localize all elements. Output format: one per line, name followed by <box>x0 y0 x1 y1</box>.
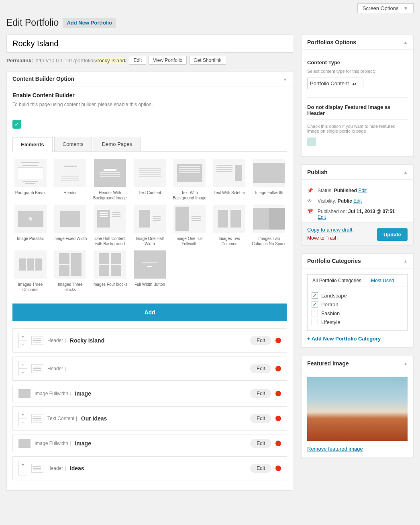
portfolios-options-title: Portfolios Options <box>307 39 356 45</box>
block-type-icon <box>31 364 43 373</box>
add-new-portfolio-button[interactable]: Add New Portfolio <box>63 18 116 28</box>
element-tile[interactable]: Images Three blocks <box>52 250 88 292</box>
calendar-icon: 📅 <box>307 209 314 214</box>
content-block-row: Image Fullwidth |ImageEdit <box>12 385 287 402</box>
edit-block-button[interactable]: Edit <box>250 389 271 398</box>
element-tile[interactable]: Header With Background Image <box>92 159 128 201</box>
element-tile[interactable]: Image One Half Fullwidth <box>172 205 208 246</box>
element-tile[interactable]: Paragraph Break <box>12 159 48 201</box>
block-type-label: Header | <box>47 338 66 343</box>
element-tile[interactable]: Images Three Columns <box>12 250 48 292</box>
element-tile[interactable]: Image One Half Width <box>132 205 167 246</box>
update-button[interactable]: Update <box>377 228 408 241</box>
expand-button[interactable]: + <box>19 361 27 369</box>
category-checkbox[interactable]: ✓ <box>312 301 318 308</box>
element-tile[interactable]: Text Content <box>132 159 167 201</box>
element-tile[interactable]: Text With Sidebar <box>212 159 247 201</box>
tab-elements[interactable]: Elements <box>12 137 53 152</box>
collapse-icon[interactable]: ▲ <box>404 170 408 174</box>
block-type-icon <box>31 414 43 423</box>
element-tile[interactable]: Header <box>52 159 88 201</box>
collapse-button[interactable]: - <box>19 418 27 426</box>
enable-cb-checkbox[interactable]: ✓ <box>12 120 21 129</box>
category-checkbox[interactable]: ✓ <box>312 292 318 299</box>
edit-block-button[interactable]: Edit <box>250 364 271 373</box>
delete-block-button[interactable] <box>275 338 281 343</box>
permalink-base: http://10.0.1.191/portfolios/ <box>35 57 97 64</box>
featured-header-help: Check this option if you want to hide fe… <box>307 119 408 133</box>
content-type-select[interactable]: Portfolio Content ▴▾ <box>307 78 363 89</box>
element-tile[interactable]: Full Width Button <box>132 250 167 292</box>
edit-block-button[interactable]: Edit <box>250 464 271 473</box>
permalink-slug[interactable]: rocky-island <box>97 57 125 64</box>
element-label: Image Fixed Width <box>52 236 88 246</box>
edit-status-link[interactable]: Edit <box>358 188 367 193</box>
content-block-row: +-Text Content |Our IdeasEdit <box>12 406 287 431</box>
collapse-icon[interactable]: ▲ <box>404 40 408 45</box>
collapse-icon[interactable]: ▲ <box>283 77 287 81</box>
edit-block-button[interactable]: Edit <box>250 439 271 448</box>
delete-block-button[interactable] <box>275 466 281 471</box>
view-portfolio-button[interactable]: View Portfolio <box>149 56 187 65</box>
edit-visibility-link[interactable]: Edit <box>353 198 362 204</box>
permalink-row: Permalink: http://10.0.1.191/portfolios/… <box>6 53 293 71</box>
copy-draft-link[interactable]: Copy to a new draft <box>307 227 353 233</box>
category-label: Landscape <box>321 293 347 299</box>
delete-block-button[interactable] <box>275 391 281 396</box>
chevron-down-icon: ▼ <box>403 5 408 11</box>
expand-button[interactable]: + <box>19 333 27 340</box>
tab-demo-pages[interactable]: Demo Pages <box>94 137 141 151</box>
edit-block-button[interactable]: Edit <box>250 336 271 345</box>
block-type-icon <box>31 464 43 473</box>
block-type-label: Image Fullwidth | <box>35 391 71 396</box>
element-tile[interactable]: Images Four blocks <box>92 250 128 292</box>
collapse-button[interactable]: - <box>19 468 27 476</box>
edit-date-link[interactable]: Edit <box>318 214 326 220</box>
publish-metabox: Publish ▲ 📌 Status: Published Edit 👁 Vis… <box>301 164 414 245</box>
block-type-icon <box>18 389 31 398</box>
hide-featured-checkbox[interactable] <box>307 137 316 146</box>
collapse-icon[interactable]: ▲ <box>404 361 408 366</box>
post-title-input[interactable] <box>6 35 293 53</box>
edit-block-button[interactable]: Edit <box>250 414 271 423</box>
remove-featured-image-link[interactable]: Remove featured image <box>307 446 408 452</box>
expand-button[interactable]: + <box>19 411 27 418</box>
tab-all-categories[interactable]: All Portfolio Categories <box>308 275 366 287</box>
block-title: Rocky Island <box>70 337 104 344</box>
block-title: Ideas <box>70 465 84 472</box>
element-tile[interactable]: Image Fixed Width <box>52 205 88 246</box>
publish-title: Publish <box>307 169 328 175</box>
element-tile[interactable]: One Half Content with Background <box>92 205 128 246</box>
element-tile[interactable]: Images Two Columns <box>212 205 247 246</box>
screen-options-button[interactable]: Screen Options ▼ <box>357 3 414 13</box>
element-label: Images Four blocks <box>92 282 128 292</box>
element-tile[interactable]: Text With Background Image <box>172 159 208 201</box>
permalink-edit-button[interactable]: Edit <box>129 56 146 65</box>
element-label: Image One Half Width <box>132 236 167 246</box>
category-checkbox[interactable] <box>312 319 318 325</box>
element-tile[interactable]: Image Fullwidth <box>251 159 287 201</box>
page-title: Edit Portfolio <box>6 17 59 28</box>
add-category-link[interactable]: + Add New Portfolio Category <box>307 336 408 342</box>
categories-title: Portfolio Categories <box>307 258 361 264</box>
expand-button[interactable]: + <box>19 461 27 468</box>
delete-block-button[interactable] <box>275 416 281 421</box>
get-shortlink-button[interactable]: Get Shortlink <box>189 56 226 65</box>
delete-block-button[interactable] <box>275 366 281 371</box>
move-to-trash-link[interactable]: Move to Trash <box>307 235 353 241</box>
element-label: Images Three blocks <box>52 282 88 292</box>
category-label: Lifestyle <box>321 319 340 325</box>
collapse-button[interactable]: - <box>19 369 27 376</box>
add-block-button[interactable]: Add <box>12 304 287 321</box>
categories-metabox: Portfolio Categories ▲ All Portfolio Cat… <box>301 253 414 348</box>
category-checkbox[interactable] <box>312 310 318 316</box>
element-tile[interactable]: Images Two Columns No Space <box>251 205 287 246</box>
collapse-icon[interactable]: ▲ <box>404 259 408 263</box>
tab-most-used[interactable]: Most Used <box>366 275 399 287</box>
delete-block-button[interactable] <box>275 441 281 446</box>
collapse-button[interactable]: - <box>19 340 27 348</box>
block-type-label: Image Fullwidth | <box>35 441 71 446</box>
element-tile[interactable]: ✥Image Parallax <box>12 205 48 246</box>
featured-image-thumbnail[interactable] <box>307 377 408 441</box>
tab-contents[interactable]: Contents <box>54 137 92 151</box>
